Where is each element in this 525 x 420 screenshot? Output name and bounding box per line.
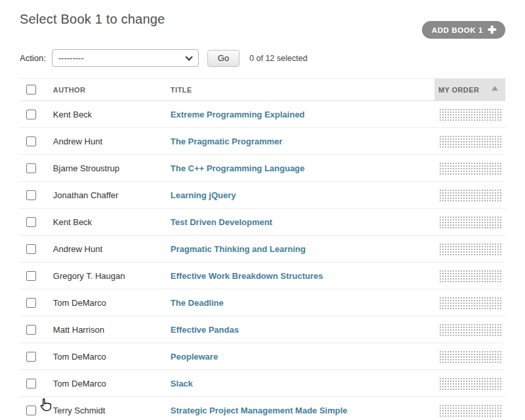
row-checkbox-cell xyxy=(20,397,49,420)
book-table-body: Kent BeckExtreme Programming ExplainedAn… xyxy=(20,101,505,420)
row-checkbox[interactable] xyxy=(26,136,36,146)
row-checkbox-cell xyxy=(20,343,49,370)
title-cell: Effective Pandas xyxy=(167,316,434,343)
drag-handle[interactable] xyxy=(438,350,501,363)
drag-handle[interactable] xyxy=(438,188,501,201)
book-title-link[interactable]: The C++ Programming Language xyxy=(171,163,304,173)
add-book-button-label: ADD BOOK 1 xyxy=(432,26,483,34)
order-cell xyxy=(434,262,505,289)
book-title-link[interactable]: The Deadline xyxy=(171,298,224,308)
table-row: Andrew HuntPragmatic Thinking and Learni… xyxy=(20,236,505,262)
row-checkbox[interactable] xyxy=(26,298,36,308)
add-book-button[interactable]: ADD BOOK 1 ✚ xyxy=(422,21,505,39)
title-cell: Strategic Project Management Made Simple xyxy=(167,397,434,420)
title-cell: Slack xyxy=(167,370,434,397)
book-title-link[interactable]: Test Driven Development xyxy=(171,217,272,227)
book-title-link[interactable]: The Pragmatic Programmer xyxy=(171,136,283,146)
row-checkbox[interactable] xyxy=(26,217,36,227)
title-cell: The Deadline xyxy=(167,289,434,316)
author-cell: Gregory T. Haugan xyxy=(49,262,167,289)
row-checkbox[interactable] xyxy=(26,325,36,335)
header-author: AUTHOR xyxy=(49,79,167,101)
book-title-link[interactable]: Peopleware xyxy=(171,352,218,362)
drag-handle[interactable] xyxy=(438,242,501,255)
book-title-link[interactable]: Slack xyxy=(171,379,193,388)
row-checkbox[interactable] xyxy=(26,379,36,388)
author-cell: Kent Beck xyxy=(49,209,167,236)
author-cell: Bjarne Stroustrup xyxy=(49,155,167,182)
order-cell xyxy=(434,209,505,236)
order-cell xyxy=(434,182,505,209)
drag-handle[interactable] xyxy=(438,269,501,282)
title-cell: Learning jQuery xyxy=(167,182,434,209)
drag-handle[interactable] xyxy=(438,404,501,417)
book-title-link[interactable]: Learning jQuery xyxy=(171,190,236,200)
author-cell: Andrew Hunt xyxy=(49,236,167,262)
row-checkbox-cell xyxy=(20,316,49,343)
drag-handle[interactable] xyxy=(438,323,501,336)
select-all-checkbox[interactable] xyxy=(26,85,36,94)
go-button[interactable]: Go xyxy=(207,50,240,67)
table-row: Kent BeckTest Driven Development xyxy=(20,209,505,236)
drag-handle[interactable] xyxy=(438,161,501,175)
title-cell: Peopleware xyxy=(167,343,434,370)
order-cell xyxy=(434,101,505,128)
header-select-all xyxy=(20,79,49,101)
title-cell: The C++ Programming Language xyxy=(167,155,434,182)
action-counter: 0 of 12 selected xyxy=(249,54,307,63)
row-checkbox-cell xyxy=(20,236,49,262)
sort-ascending-icon xyxy=(492,86,498,91)
book-table-head: AUTHOR TITLE MY ORDER xyxy=(20,79,505,101)
book-title-link[interactable]: Effective Pandas xyxy=(171,325,239,335)
row-checkbox-cell xyxy=(20,209,49,236)
table-row: Matt HarrisonEffective Pandas xyxy=(20,316,505,343)
row-checkbox[interactable] xyxy=(26,244,36,254)
row-checkbox[interactable] xyxy=(26,406,36,415)
row-checkbox-cell xyxy=(20,101,49,128)
drag-handle[interactable] xyxy=(438,108,501,121)
header-title: TITLE xyxy=(167,79,434,101)
author-cell: Tom DeMarco xyxy=(49,289,167,316)
table-row: Tom DeMarcoPeopleware xyxy=(20,343,505,370)
order-cell xyxy=(434,236,505,262)
order-cell xyxy=(434,343,505,370)
table-row: Tom DeMarcoThe Deadline xyxy=(20,289,505,316)
author-cell: Matt Harrison xyxy=(49,316,167,343)
order-cell xyxy=(434,289,505,316)
order-cell xyxy=(434,155,505,182)
book-table: AUTHOR TITLE MY ORDER Kent BeckExtreme P… xyxy=(20,78,505,420)
title-cell: Pragmatic Thinking and Learning xyxy=(167,236,434,262)
action-label: Action: xyxy=(20,53,46,63)
row-checkbox[interactable] xyxy=(26,110,36,119)
author-cell: Tom DeMarco xyxy=(49,343,167,370)
title-cell: The Pragmatic Programmer xyxy=(167,128,434,155)
table-row: Kent BeckExtreme Programming Explained xyxy=(20,101,505,128)
drag-handle[interactable] xyxy=(438,215,501,228)
book-title-link[interactable]: Extreme Programming Explained xyxy=(171,110,304,119)
drag-handle[interactable] xyxy=(438,135,501,148)
row-checkbox[interactable] xyxy=(26,190,36,200)
author-cell: Kent Beck xyxy=(49,101,167,128)
table-row: Tom DeMarcoSlack xyxy=(20,370,505,397)
row-checkbox-cell xyxy=(20,289,49,316)
book-title-link[interactable]: Effective Work Breakdown Structures xyxy=(171,271,323,281)
row-checkbox-cell xyxy=(20,155,49,182)
action-select-wrap: --------- xyxy=(52,49,199,67)
row-checkbox[interactable] xyxy=(26,163,36,173)
action-select[interactable]: --------- xyxy=(52,49,199,67)
author-cell: Terry Schmidt xyxy=(49,397,167,420)
drag-handle[interactable] xyxy=(438,377,501,390)
row-checkbox-cell xyxy=(20,370,49,397)
drag-handle[interactable] xyxy=(438,296,501,309)
table-row: Jonathan ChafferLearning jQuery xyxy=(20,182,505,209)
order-cell xyxy=(434,370,505,397)
book-title-link[interactable]: Pragmatic Thinking and Learning xyxy=(171,244,306,254)
row-checkbox[interactable] xyxy=(26,352,36,362)
book-title-link[interactable]: Strategic Project Management Made Simple xyxy=(171,406,347,415)
author-cell: Andrew Hunt xyxy=(49,128,167,155)
order-cell xyxy=(434,316,505,343)
header-my-order-label: MY ORDER xyxy=(438,86,479,94)
author-cell: Jonathan Chaffer xyxy=(49,182,167,209)
row-checkbox[interactable] xyxy=(26,271,36,281)
header-my-order[interactable]: MY ORDER xyxy=(434,79,505,101)
